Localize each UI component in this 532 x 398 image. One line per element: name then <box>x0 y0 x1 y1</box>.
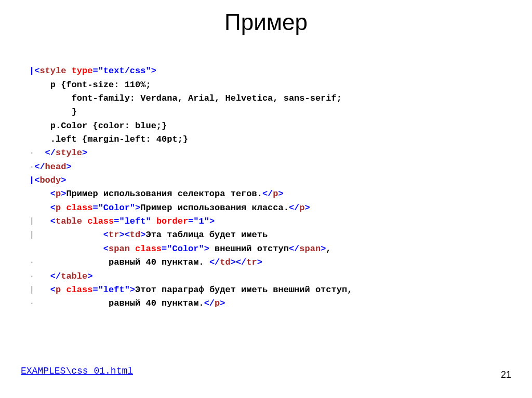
code-token: < <box>50 203 56 213</box>
code-token: type <box>72 66 93 76</box>
code-token: "left" <box>98 285 130 295</box>
code-token: "text/css" <box>98 66 151 76</box>
indent-guide <box>29 244 103 254</box>
code-token: </ <box>45 148 56 158</box>
indent-guide <box>29 121 50 131</box>
code-token <box>61 285 66 295</box>
code-token: "Color" <box>167 244 204 254</box>
code-text: .left {margin-left: 40pt;} <box>50 134 188 144</box>
code-token: > <box>278 189 284 199</box>
code-token: class <box>87 216 114 226</box>
indent-guide <box>29 80 50 90</box>
code-token: |< <box>29 175 39 185</box>
code-token: > <box>119 230 124 240</box>
code-token: > <box>140 230 145 240</box>
code-token: > <box>130 285 135 295</box>
indent-guide <box>29 93 72 103</box>
code-token: > <box>66 162 71 172</box>
code-token <box>61 203 66 213</box>
code-token: p <box>56 189 61 199</box>
code-token: > <box>220 298 225 308</box>
code-token: = <box>114 216 119 226</box>
footer-link[interactable]: EXAMPLES\css_01.html <box>21 366 133 376</box>
code-text: p.Color {color: blue;} <box>50 121 167 131</box>
code-text: } <box>72 107 77 117</box>
code-token: > <box>305 203 310 213</box>
indent-guide: | <box>29 216 50 226</box>
code-token <box>151 216 156 226</box>
code-token <box>82 216 87 226</box>
code-token: < <box>125 230 130 240</box>
code-token: p <box>215 298 220 308</box>
indent-guide: · <box>29 162 34 172</box>
code-token: table <box>56 216 82 226</box>
code-token: = <box>92 203 98 213</box>
code-token: </ <box>289 244 299 254</box>
indent-guide: · <box>29 257 103 267</box>
code-text: , <box>326 244 331 254</box>
indent-guide: | <box>29 230 103 240</box>
code-token: < <box>50 216 56 226</box>
code-token: style <box>39 66 66 76</box>
code-text: p {font-size: 110%; <box>50 80 151 90</box>
code-token: td <box>130 230 140 240</box>
code-token: p <box>56 285 61 295</box>
code-token: = <box>92 66 98 76</box>
code-token: > <box>209 216 215 226</box>
code-token: > <box>87 271 92 281</box>
code-token: p <box>56 203 61 213</box>
code-token: "left" <box>119 216 151 226</box>
code-token <box>66 66 71 76</box>
code-token: = <box>162 244 167 254</box>
indent-guide <box>29 107 72 117</box>
code-token: > <box>231 257 236 267</box>
indent-guide <box>29 189 50 199</box>
code-text: font-family: Verdana, Arial, Helvetica, … <box>72 93 342 103</box>
code-token: "Color" <box>98 203 135 213</box>
code-token: p <box>273 189 278 199</box>
code-token: < <box>103 244 109 254</box>
code-text: равный 40 пунктам. <box>103 257 209 267</box>
page-number: 21 <box>501 369 511 380</box>
code-token: td <box>220 257 230 267</box>
indent-guide: · <box>29 298 103 308</box>
code-text: Пример использования класса. <box>140 203 289 213</box>
code-token: </ <box>204 298 215 308</box>
code-token: span <box>299 244 321 254</box>
code-token <box>130 244 135 254</box>
code-token: tr <box>109 230 119 240</box>
indent-guide <box>29 203 50 213</box>
code-text: внешний отступ <box>209 244 289 254</box>
code-token: > <box>135 203 140 213</box>
code-token: style <box>56 148 82 158</box>
indent-guide: | <box>29 285 50 295</box>
code-token: = <box>188 216 193 226</box>
code-text: Этот параграф будет иметь внешний отступ… <box>135 285 352 295</box>
code-token: tr <box>246 257 257 267</box>
code-token: = <box>92 285 98 295</box>
code-token: |< <box>29 66 39 76</box>
code-token: < <box>103 230 109 240</box>
code-token: "1" <box>193 216 209 226</box>
code-token: head <box>45 162 66 172</box>
code-token: > <box>257 257 262 267</box>
code-block: |<style type="text/css"> p {font-size: 1… <box>0 51 532 311</box>
code-token: border <box>156 216 188 226</box>
code-token: </ <box>209 257 220 267</box>
code-token: > <box>82 148 87 158</box>
slide-title: Пример <box>0 0 532 51</box>
code-token: table <box>61 271 87 281</box>
code-text: Пример использования селектора тегов. <box>66 189 262 199</box>
code-token: class <box>66 285 92 295</box>
code-token: </ <box>236 257 246 267</box>
code-token: < <box>50 285 56 295</box>
indent-guide: · <box>29 271 50 281</box>
code-text: равный 40 пунктам. <box>103 298 204 308</box>
code-token: > <box>151 66 156 76</box>
code-token: body <box>39 175 61 185</box>
code-token: class <box>66 203 92 213</box>
indent-guide: · <box>29 148 45 158</box>
code-token: > <box>61 189 66 199</box>
code-token: </ <box>34 162 45 172</box>
code-token: </ <box>262 189 273 199</box>
